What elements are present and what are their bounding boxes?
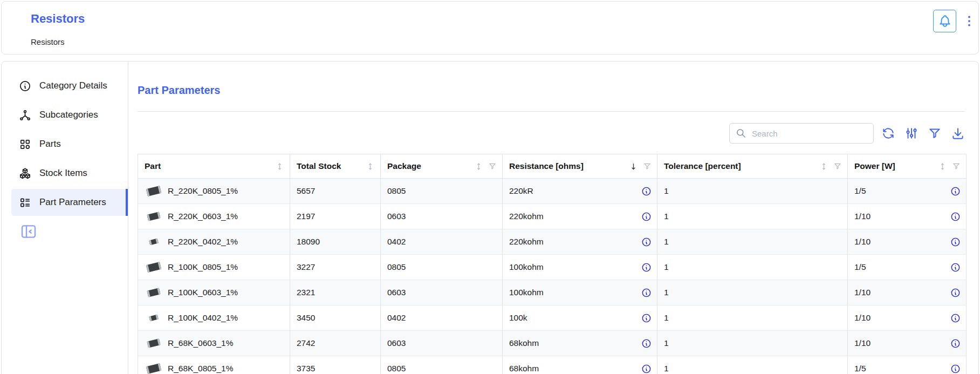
- power-value: 1/10: [854, 313, 871, 323]
- resistance-value: 100k: [509, 313, 527, 323]
- sort-toggle-icon[interactable]: [275, 162, 284, 171]
- part-name: R_68K_0603_1%: [168, 338, 234, 348]
- sidebar-item-part-parameters[interactable]: Part Parameters: [11, 189, 128, 216]
- part-thumbnail: [145, 311, 163, 325]
- notifications-button[interactable]: [933, 10, 956, 32]
- column-header-part[interactable]: Part: [138, 154, 290, 179]
- power-value: 1/10: [854, 237, 871, 247]
- power-value: 1/10: [854, 212, 871, 221]
- panel-divider: [138, 111, 965, 112]
- collapse-sidebar-button[interactable]: [20, 223, 37, 240]
- parameter-info-icon[interactable]: [641, 212, 652, 222]
- parameter-info-icon[interactable]: [950, 186, 961, 196]
- sort-toggle-icon[interactable]: [938, 162, 947, 171]
- tolerance-cell: 1: [657, 229, 847, 255]
- column-header-tolerance[interactable]: Tolerance [percent]: [657, 154, 847, 179]
- tolerance-cell: 1: [657, 356, 847, 374]
- sidebar-item-label: Part Parameters: [39, 197, 106, 208]
- column-header-total_stock[interactable]: Total Stock: [290, 154, 380, 179]
- table-row[interactable]: R_100K_0402_1%34500402100k11/10: [138, 305, 967, 331]
- column-filter-icon[interactable]: [952, 162, 961, 171]
- parameter-info-icon[interactable]: [950, 237, 961, 247]
- power-value: 1/5: [854, 186, 866, 196]
- parameter-info-icon[interactable]: [950, 364, 961, 374]
- column-label: Total Stock: [297, 161, 341, 171]
- filter-icon: [928, 126, 942, 140]
- table-row[interactable]: R_220K_0402_1%180900402220kohm11/10: [138, 229, 967, 255]
- tolerance-cell: 1: [657, 305, 847, 331]
- parameter-info-icon[interactable]: [950, 262, 961, 273]
- column-header-power[interactable]: Power [W]: [847, 154, 967, 179]
- refresh-button[interactable]: [881, 126, 895, 140]
- parameter-info-icon[interactable]: [950, 338, 961, 349]
- table-row[interactable]: R_100K_0805_1%32270805100kohm11/5: [138, 255, 967, 280]
- parameter-info-icon[interactable]: [950, 288, 961, 298]
- table-row[interactable]: R_220K_0805_1%56570805220kR11/5: [138, 179, 967, 204]
- table-row[interactable]: R_68K_0603_1%2742060368kohm11/10: [138, 331, 967, 356]
- column-label: Package: [387, 161, 421, 171]
- parameter-info-icon[interactable]: [641, 237, 652, 247]
- sidebar-item-subcategories[interactable]: Subcategories: [11, 101, 128, 128]
- filters-button[interactable]: [928, 126, 942, 140]
- power-value: 1/5: [854, 262, 866, 272]
- power-value: 1/10: [854, 338, 871, 348]
- sort-toggle-icon[interactable]: [474, 162, 483, 171]
- sidebar-item-stock-items[interactable]: Stock Items: [11, 160, 128, 187]
- page-header: Resistors Resistors: [1, 1, 979, 55]
- parameter-info-icon[interactable]: [641, 313, 652, 323]
- column-header-package[interactable]: Package: [380, 154, 502, 179]
- parameter-info-icon[interactable]: [641, 338, 652, 349]
- part-thumbnail: [145, 285, 163, 300]
- parameter-info-icon[interactable]: [641, 288, 652, 298]
- sidebar-item-label: Category Details: [39, 80, 107, 91]
- download-button[interactable]: [951, 126, 965, 140]
- search-input[interactable]: [751, 128, 867, 139]
- sidebar-item-category-details[interactable]: Category Details: [11, 72, 128, 99]
- sort-toggle-icon[interactable]: [366, 162, 375, 171]
- parameter-info-icon[interactable]: [641, 262, 652, 273]
- table-row[interactable]: R_68K_0805_1%3735080568kohm11/5: [138, 356, 967, 374]
- part-name: R_68K_0805_1%: [168, 364, 234, 373]
- package-cell: 0603: [380, 331, 502, 356]
- table-columns-button[interactable]: [904, 126, 919, 140]
- column-label: Resistance [ohms]: [509, 161, 584, 171]
- parameter-info-icon[interactable]: [641, 364, 652, 374]
- package-cell: 0805: [380, 255, 502, 280]
- panel-content: Part Parameters PartTotal StockPackageRe…: [129, 62, 978, 374]
- column-header-resistance[interactable]: Resistance [ohms]: [502, 154, 657, 179]
- panel-title: Part Parameters: [138, 84, 965, 97]
- total-stock-cell: 3227: [290, 255, 380, 280]
- column-filter-icon[interactable]: [643, 162, 652, 171]
- table-row[interactable]: R_100K_0603_1%23210603100kohm11/10: [138, 280, 967, 305]
- sidebar-item-label: Subcategories: [39, 110, 98, 120]
- tolerance-cell: 1: [657, 255, 847, 280]
- sidebar-item-label: Parts: [39, 139, 61, 149]
- main-panel: Category DetailsSubcategoriesPartsStock …: [1, 61, 979, 374]
- breadcrumb[interactable]: Resistors: [31, 37, 65, 46]
- parameter-info-icon[interactable]: [950, 313, 961, 323]
- column-filter-icon[interactable]: [833, 162, 842, 171]
- sidebar-item-parts[interactable]: Parts: [11, 131, 128, 158]
- resistance-value: 68kohm: [509, 364, 539, 373]
- download-icon: [951, 126, 965, 140]
- search-box[interactable]: [729, 123, 874, 144]
- table-row[interactable]: R_220K_0603_1%21970603220kohm11/10: [138, 204, 967, 229]
- sort-toggle-icon[interactable]: [819, 162, 828, 171]
- power-value: 1/5: [854, 364, 866, 373]
- resistance-value: 100kohm: [509, 288, 544, 297]
- power-value: 1/10: [854, 288, 871, 297]
- column-label: Part: [145, 161, 161, 171]
- parameter-info-icon[interactable]: [950, 212, 961, 222]
- resistance-value: 68kohm: [509, 338, 539, 348]
- parameter-info-icon[interactable]: [641, 186, 652, 196]
- package-cell: 0603: [380, 204, 502, 229]
- part-thumbnail: [145, 209, 163, 223]
- sort-descending-icon[interactable]: [629, 162, 638, 171]
- overflow-menu-button[interactable]: [962, 14, 976, 28]
- resistance-value: 220kohm: [509, 237, 544, 247]
- package-cell: 0402: [380, 229, 502, 255]
- sidebar-collapse-icon: [20, 223, 37, 240]
- table-body: R_220K_0805_1%56570805220kR11/5R_220K_06…: [138, 179, 967, 374]
- column-filter-icon[interactable]: [488, 162, 497, 171]
- resistance-value: 220kR: [509, 186, 533, 196]
